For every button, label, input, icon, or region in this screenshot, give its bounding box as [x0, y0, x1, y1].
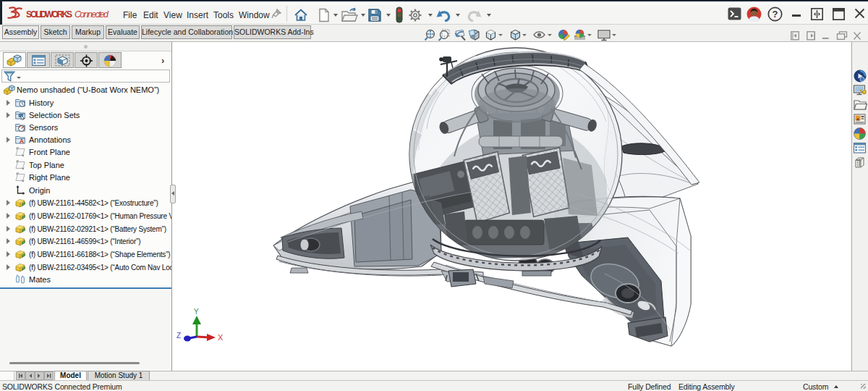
svg-text:A: A	[20, 138, 25, 145]
svg-text:?: ?	[773, 9, 778, 20]
svg-text:Y: Y	[194, 308, 199, 316]
svg-text:SOLIDWORKS: SOLIDWORKS	[26, 9, 72, 20]
svg-text:Z: Z	[176, 332, 181, 340]
svg-text:Connected: Connected	[75, 9, 109, 20]
svg-text:X: X	[218, 333, 224, 342]
